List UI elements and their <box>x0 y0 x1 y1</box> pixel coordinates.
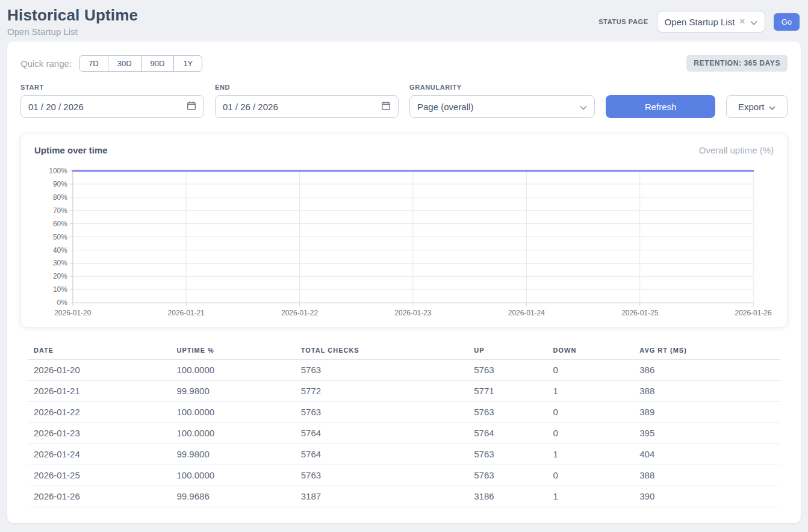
y-tick-label: 100% <box>49 167 67 175</box>
y-tick-label: 20% <box>53 272 67 280</box>
quick-range-7d-button[interactable]: 7D <box>79 56 108 71</box>
table-cell: 3186 <box>468 486 547 507</box>
calendar-icon[interactable] <box>187 101 196 113</box>
calendar-icon[interactable] <box>381 101 391 113</box>
table-cell: 99.9686 <box>171 486 295 507</box>
table-cell: 5763 <box>468 465 547 486</box>
granularity-field: GRANULARITY Page (overall) <box>409 84 595 118</box>
start-date-value: 01 / 20 / 2026 <box>28 102 84 112</box>
table-cell: 2026-01-24 <box>28 444 171 465</box>
chevron-down-icon <box>769 102 775 112</box>
y-tick-label: 80% <box>53 193 67 202</box>
column-header: AVG RT (MS) <box>633 342 780 360</box>
table-cell: 5763 <box>468 444 547 465</box>
status-page-select[interactable]: Open Startup List × <box>657 11 765 32</box>
uptime-chart-card: Uptime over time Overall uptime (%) 0%10… <box>20 134 788 327</box>
table-cell: 390 <box>633 486 780 507</box>
table-cell: 5771 <box>468 381 547 402</box>
table-row: 2026-01-2499.9800576457631404 <box>28 444 780 465</box>
chevron-down-icon <box>750 17 757 27</box>
table-cell: 1 <box>547 381 634 402</box>
start-date-label: START <box>20 84 204 91</box>
granularity-label: GRANULARITY <box>409 84 595 91</box>
x-tick-label: 2026-01-20 <box>54 309 91 317</box>
table-cell: 2026-01-25 <box>28 465 171 486</box>
table-row: 2026-01-25100.0000576357630388 <box>28 465 780 486</box>
x-tick-label: 2026-01-22 <box>281 309 318 317</box>
table-cell: 5763 <box>468 360 547 381</box>
table-body: 2026-01-20100.00005763576303862026-01-21… <box>28 360 780 507</box>
start-date-field: START 01 / 20 / 2026 <box>20 84 204 118</box>
table-row: 2026-01-2699.9686318731861390 <box>28 486 780 507</box>
table-header-row: DATEUPTIME %TOTAL CHECKSUPDOWNAVG RT (MS… <box>28 342 780 360</box>
table-cell: 0 <box>547 402 634 423</box>
page-title: Historical Uptime <box>7 6 138 25</box>
end-date-value: 01 / 26 / 2026 <box>223 102 278 112</box>
table-cell: 100.0000 <box>171 360 295 381</box>
y-tick-label: 0% <box>57 298 68 307</box>
status-page-selected-value: Open Startup List <box>665 17 735 27</box>
table-cell: 404 <box>633 444 780 465</box>
table-cell: 5764 <box>295 444 468 465</box>
table-cell: 389 <box>633 402 780 423</box>
page-subtitle: Open Startup List <box>7 26 138 37</box>
uptime-line-chart[interactable]: 0%10%20%30%40%50%60%70%80%90%100%2026-01… <box>34 164 774 321</box>
table-cell: 100.0000 <box>171 402 295 423</box>
go-button[interactable]: Go <box>774 13 800 31</box>
x-tick-label: 2026-01-23 <box>394 309 431 317</box>
end-date-label: END <box>215 84 399 91</box>
table-cell: 2026-01-20 <box>28 360 171 381</box>
table-cell: 5764 <box>468 423 547 444</box>
start-date-input[interactable]: 01 / 20 / 2026 <box>20 95 204 118</box>
refresh-button[interactable]: Refresh <box>606 95 715 118</box>
filters-row: START 01 / 20 / 2026 END 01 / 26 / 2026 … <box>20 84 788 118</box>
end-date-field: END 01 / 26 / 2026 <box>215 84 399 118</box>
top-header: Historical Uptime Open Startup List STAT… <box>0 0 808 42</box>
y-tick-label: 10% <box>53 285 67 294</box>
table-cell: 388 <box>633 381 780 402</box>
table-row: 2026-01-23100.0000576457640395 <box>28 423 780 444</box>
export-button-label: Export <box>738 102 764 112</box>
y-tick-label: 30% <box>53 259 67 267</box>
table-cell: 99.9800 <box>171 381 295 402</box>
quick-range-90d-button[interactable]: 90D <box>141 56 175 71</box>
table-cell: 2026-01-22 <box>28 402 171 423</box>
export-button[interactable]: Export <box>726 95 788 118</box>
quick-range-30d-button[interactable]: 30D <box>108 56 141 71</box>
quick-range-left: Quick range: 7D30D90D1Y <box>20 55 202 72</box>
end-date-input[interactable]: 01 / 26 / 2026 <box>215 95 399 118</box>
table-cell: 100.0000 <box>171 465 295 486</box>
chart-legend-label: Overall uptime (%) <box>699 145 774 155</box>
uptime-table: DATEUPTIME %TOTAL CHECKSUPDOWNAVG RT (MS… <box>28 342 780 507</box>
table-cell: 1 <box>547 486 634 507</box>
header-controls: STATUS PAGE Open Startup List × Go <box>598 11 800 32</box>
x-tick-label: 2026-01-25 <box>621 309 658 317</box>
y-tick-label: 90% <box>53 180 67 188</box>
chart-svg: 0%10%20%30%40%50%60%70%80%90%100%2026-01… <box>34 164 774 321</box>
quick-range-row: Quick range: 7D30D90D1Y RETENTION: 365 D… <box>20 55 788 72</box>
chart-title: Uptime over time <box>34 145 108 155</box>
table-cell: 5764 <box>295 423 468 444</box>
table-cell: 2026-01-26 <box>28 486 171 507</box>
column-header: TOTAL CHECKS <box>295 342 468 360</box>
table-cell: 5763 <box>295 465 468 486</box>
chevron-down-icon <box>580 102 587 112</box>
table-cell: 0 <box>547 423 634 444</box>
quick-range-1y-button[interactable]: 1Y <box>174 56 202 71</box>
column-header: UPTIME % <box>171 342 295 360</box>
chart-header: Uptime over time Overall uptime (%) <box>34 145 774 155</box>
granularity-selected-value: Page (overall) <box>417 102 473 112</box>
table-cell: 100.0000 <box>171 423 295 444</box>
table-cell: 5763 <box>468 402 547 423</box>
retention-badge: RETENTION: 365 DAYS <box>686 55 788 72</box>
table-cell: 0 <box>547 465 634 486</box>
quick-range-group: 7D30D90D1Y <box>79 55 202 72</box>
table-row: 2026-01-20100.0000576357630386 <box>28 360 780 381</box>
clear-selection-icon[interactable]: × <box>739 17 745 26</box>
uptime-table-section: DATEUPTIME %TOTAL CHECKSUPDOWNAVG RT (MS… <box>20 342 788 507</box>
x-tick-label: 2026-01-26 <box>735 309 772 317</box>
granularity-select[interactable]: Page (overall) <box>409 95 595 118</box>
table-cell: 1 <box>547 444 634 465</box>
column-header: UP <box>468 342 547 360</box>
column-header: DOWN <box>547 342 634 360</box>
